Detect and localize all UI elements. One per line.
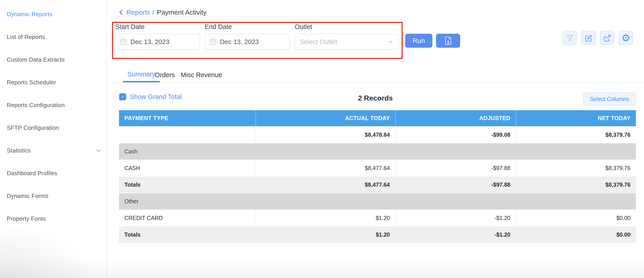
- outlet-label: Outlet: [295, 23, 312, 31]
- column-header-net-today: NET TODAY: [516, 110, 636, 127]
- column-header-adjusted: ADJUSTED: [396, 110, 516, 127]
- edit-pencil-icon: [585, 34, 592, 42]
- page-title: Payment Activity: [157, 8, 206, 16]
- sidebar: Dynamic Reports List of Reports Custom D…: [0, 0, 107, 278]
- calendar-icon: [120, 38, 127, 45]
- tab-orders[interactable]: Orders: [155, 67, 175, 82]
- sidebar-item-dynamic-forms[interactable]: Dynamic Forms: [7, 191, 102, 201]
- select-columns-button[interactable]: Select Columns: [584, 93, 636, 106]
- calendar-icon: [210, 38, 216, 45]
- outlet-placeholder: Select Outlet: [300, 38, 337, 46]
- sidebar-item-property-fonts[interactable]: Property Fonts: [7, 213, 102, 224]
- breadcrumb-back-link[interactable]: Reports: [118, 8, 150, 16]
- table-header-row: PAYMENT TYPE ACTUAL TODAY ADJUSTED NET T…: [119, 110, 636, 127]
- sidebar-item-dashboard-profiles[interactable]: Dashboard Profiles: [7, 168, 102, 178]
- chevron-left-icon: [118, 9, 124, 16]
- breadcrumb-separator: /: [152, 8, 154, 16]
- chevron-down-icon: [388, 39, 394, 45]
- run-button[interactable]: Run: [405, 34, 432, 48]
- edit-button[interactable]: [581, 31, 596, 45]
- main-content: Reports / Payment Activity Start Date En…: [107, 0, 644, 278]
- start-date-label: Start Date: [115, 23, 145, 31]
- start-date-input[interactable]: Dec 13, 2023: [115, 34, 200, 50]
- file-download-icon: [444, 36, 452, 45]
- table-row-grand-total: $8,478.84 -$99.08 $8,379.76: [119, 127, 636, 143]
- external-link-icon: [604, 34, 611, 42]
- report-tabs: Summary Orders Misc Revenue: [114, 67, 644, 83]
- records-count: 2 Records: [107, 94, 644, 102]
- sidebar-item-sftp-configuration[interactable]: SFTP Configuration: [7, 123, 102, 133]
- reports-app: Dynamic Reports List of Reports Custom D…: [0, 0, 644, 278]
- end-date-input[interactable]: Dec 13, 2023: [204, 34, 290, 50]
- chevron-down-icon: [95, 147, 102, 154]
- settings-button[interactable]: ⚙: [619, 31, 633, 45]
- table-row-other-totals: Totals $1.20 -$1.20 $0.00: [119, 226, 636, 243]
- end-date-value: Dec 13, 2023: [220, 38, 259, 46]
- breadcrumb: Reports / Payment Activity: [118, 8, 206, 16]
- table-row-cash: CASH $8,477.64 -$97.88 $8,379.76: [119, 160, 636, 176]
- outlet-select[interactable]: Select Outlet: [295, 34, 398, 50]
- table-row-credit-card: CREDIT CARD $1.20 -$1.20 $0.00: [119, 210, 636, 226]
- open-external-button[interactable]: [600, 31, 614, 45]
- sidebar-item-custom-data-extracts[interactable]: Custom Data Extracts: [7, 54, 102, 65]
- sidebar-item-statistics[interactable]: Statistics: [7, 145, 102, 156]
- table-row-cash-totals: Totals $8,477.64 -$97.88 $8,379.76: [119, 176, 636, 193]
- table-group-row-other: Other: [119, 193, 636, 210]
- export-file-button[interactable]: [436, 34, 460, 48]
- column-header-payment-type: PAYMENT TYPE: [119, 110, 256, 127]
- filter-button[interactable]: [563, 31, 577, 45]
- column-header-actual-today: ACTUAL TODAY: [256, 110, 396, 127]
- table-group-row-cash: Cash: [119, 143, 636, 160]
- tab-summary[interactable]: Summary: [123, 67, 160, 82]
- sidebar-item-reports-scheduler[interactable]: Reports Scheduler: [7, 77, 102, 88]
- filter-funnel-icon: [566, 34, 574, 42]
- sidebar-item-list-of-reports[interactable]: List of Reports: [7, 32, 102, 42]
- tab-misc-revenue[interactable]: Misc Revenue: [181, 67, 222, 82]
- payment-summary-table: PAYMENT TYPE ACTUAL TODAY ADJUSTED NET T…: [119, 110, 636, 243]
- end-date-label: End Date: [204, 23, 232, 31]
- start-date-value: Dec 13, 2023: [130, 38, 170, 46]
- sidebar-item-reports-configuration[interactable]: Reports Configuration: [7, 100, 102, 110]
- gear-icon: ⚙: [622, 33, 630, 43]
- sidebar-item-dynamic-reports[interactable]: Dynamic Reports: [7, 9, 102, 19]
